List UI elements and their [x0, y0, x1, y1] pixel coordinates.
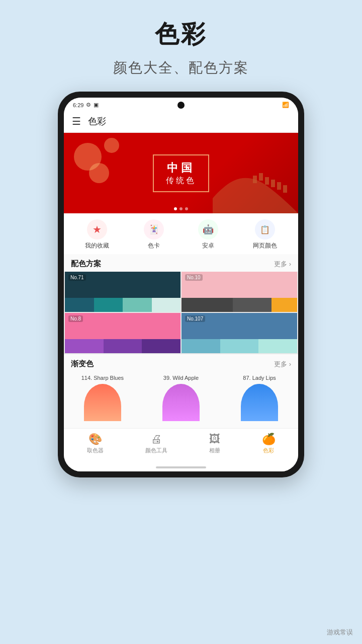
gradient-label-2: 87. Lady Lips — [243, 375, 276, 381]
gradient-section-more[interactable]: 更多 › — [274, 360, 291, 369]
tab-album[interactable]: 🖼 相册 — [209, 433, 220, 454]
palette-section-more[interactable]: 更多 › — [274, 260, 291, 269]
settings-icon: ⚙ — [86, 102, 91, 108]
svg-rect-5 — [283, 185, 287, 193]
tab-album-label: 相册 — [209, 447, 220, 454]
gradient-item-2[interactable]: 87. Lady Lips — [226, 375, 293, 421]
home-bar — [156, 466, 206, 468]
tab-color-picker[interactable]: 🎨 取色器 — [87, 433, 104, 454]
svg-rect-1 — [259, 173, 263, 181]
page-title: 色彩 — [155, 18, 207, 50]
banner-dot-1 — [174, 207, 177, 210]
palette-label-10: No.10 — [185, 274, 203, 281]
signal-icon: 📶 — [282, 102, 289, 108]
tab-color-icon: 🍊 — [262, 433, 276, 446]
banner: 中国 传统色 — [64, 133, 298, 213]
palette-label-107: No.107 — [185, 315, 205, 322]
banner-dot-2 — [179, 207, 183, 210]
gradient-label-1: 39. Wild Apple — [163, 375, 199, 381]
nav-icons: ★ 我的收藏 🃏 色卡 🤖 安卓 📋 网页颜色 — [64, 213, 298, 254]
palette-card-107[interactable]: No.107 — [182, 313, 297, 353]
web-colors-icon: 📋 — [260, 225, 270, 234]
watermark: 游戏常误 — [327, 628, 353, 637]
android-icon: 🤖 — [203, 224, 214, 235]
camera-notch — [177, 102, 185, 109]
nav-color-card-label: 色卡 — [148, 242, 160, 250]
banner-main-text: 中国 — [166, 160, 196, 176]
gradient-item-1[interactable]: 39. Wild Apple — [147, 375, 215, 421]
status-right: 📶 — [282, 102, 289, 108]
android-icon-bg: 🤖 — [198, 219, 218, 239]
tab-color-tools-icon: 🖨 — [151, 433, 162, 446]
gradient-section-header: 渐变色 更多 › — [64, 354, 298, 372]
gradient-circle-2 — [241, 384, 278, 421]
nav-android-label: 安卓 — [202, 242, 214, 250]
status-left: 6:29 ⚙ ▣ — [73, 102, 99, 108]
nav-favorites-label: 我的收藏 — [85, 242, 109, 250]
great-wall-svg — [213, 148, 298, 213]
status-bar: 6:29 ⚙ ▣ 📶 — [64, 98, 298, 110]
app-header: ☰ 色彩 — [64, 110, 298, 133]
home-indicator — [64, 459, 298, 471]
notification-icon: ▣ — [94, 102, 99, 108]
gradient-section: 渐变色 更多 › 114. Sharp Blues 39. Wild Apple… — [64, 354, 298, 428]
favorites-icon: ★ — [93, 223, 102, 235]
menu-icon[interactable]: ☰ — [72, 115, 81, 127]
status-time: 6:29 — [73, 102, 83, 108]
color-card-icon-bg: 🃏 — [144, 219, 164, 239]
tab-color-label: 色彩 — [263, 447, 274, 454]
gradient-circle-1 — [162, 384, 200, 421]
camera-dot — [177, 102, 185, 109]
color-card-icon: 🃏 — [148, 224, 159, 235]
gradient-circle-0 — [84, 384, 121, 421]
tab-color-tools-label: 颜色工具 — [145, 447, 167, 454]
bottom-bar: 🎨 取色器 🖨 颜色工具 🖼 相册 🍊 色彩 — [64, 428, 298, 459]
svg-rect-3 — [271, 180, 275, 187]
banner-sub-text: 传统色 — [166, 176, 196, 186]
svg-rect-2 — [265, 177, 269, 185]
tab-album-icon: 🖼 — [209, 433, 220, 446]
phone-frame: 6:29 ⚙ ▣ 📶 ☰ 色彩 — [58, 92, 304, 477]
gradient-section-title: 渐变色 — [71, 359, 94, 369]
svg-rect-4 — [277, 182, 281, 190]
palette-card-10[interactable]: No.10 — [182, 272, 297, 312]
gradient-items: 114. Sharp Blues 39. Wild Apple 87. Lady… — [64, 372, 298, 426]
web-colors-icon-bg: 📋 — [255, 219, 275, 239]
nav-web-colors-label: 网页颜色 — [253, 242, 277, 250]
nav-web-colors[interactable]: 📋 网页颜色 — [253, 219, 277, 250]
tab-color[interactable]: 🍊 色彩 — [262, 433, 276, 454]
tab-color-picker-label: 取色器 — [87, 447, 104, 454]
palette-card-71[interactable]: No.71 — [65, 272, 180, 312]
banner-text-box: 中国 传统色 — [153, 154, 209, 192]
palette-section-header: 配色方案 更多 › — [64, 254, 298, 272]
palette-label-8: No.8 — [68, 315, 83, 322]
palette-section-title: 配色方案 — [71, 259, 101, 269]
palette-label-71: No.71 — [68, 274, 86, 281]
gradient-label-0: 114. Sharp Blues — [81, 375, 124, 381]
favorites-icon-bg: ★ — [87, 219, 107, 239]
banner-dot-3 — [185, 207, 188, 210]
svg-rect-0 — [253, 176, 257, 183]
phone-screen: 6:29 ⚙ ▣ 📶 ☰ 色彩 — [64, 98, 298, 471]
nav-favorites[interactable]: ★ 我的收藏 — [85, 219, 109, 250]
nav-color-card[interactable]: 🃏 色卡 — [144, 219, 164, 250]
gradient-item-0[interactable]: 114. Sharp Blues — [69, 375, 136, 421]
tab-color-tools[interactable]: 🖨 颜色工具 — [145, 433, 167, 454]
page-subtitle: 颜色大全、配色方案 — [113, 58, 249, 77]
palette-card-8[interactable]: No.8 — [65, 313, 180, 353]
app-header-title: 色彩 — [88, 115, 106, 127]
tab-color-picker-icon: 🎨 — [88, 433, 102, 446]
nav-android[interactable]: 🤖 安卓 — [198, 219, 218, 250]
banner-dots — [174, 207, 188, 210]
palettes-grid: No.71 No.10 — [64, 272, 298, 354]
